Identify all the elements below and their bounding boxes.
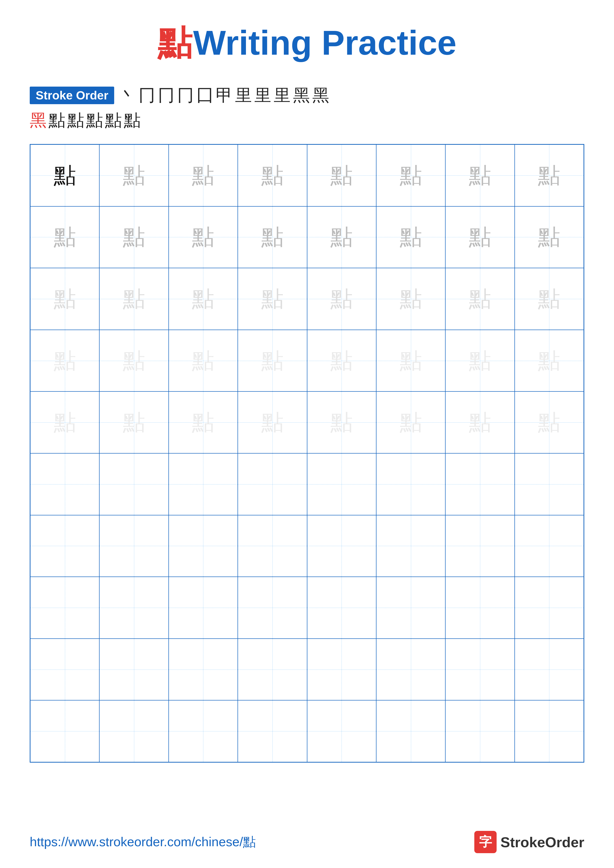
char-3-6: 點 — [400, 288, 422, 310]
char-5-6: 點 — [400, 411, 422, 434]
cell-10-3[interactable] — [169, 700, 238, 762]
stroke-s8: 里 — [254, 84, 271, 107]
cell-5-4[interactable]: 點 — [238, 391, 307, 453]
cell-7-4[interactable] — [238, 515, 307, 577]
cell-6-4[interactable] — [238, 453, 307, 515]
cell-3-1[interactable]: 點 — [30, 268, 99, 330]
char-5-1: 點 — [54, 411, 76, 434]
cell-8-1[interactable] — [30, 577, 99, 639]
cell-4-4[interactable]: 點 — [238, 330, 307, 392]
char-3-8: 點 — [538, 288, 560, 310]
cell-9-5[interactable] — [307, 639, 376, 701]
stroke-s1: 丶 — [119, 84, 136, 107]
cell-7-2[interactable] — [99, 515, 168, 577]
cell-5-1[interactable]: 點 — [30, 391, 99, 453]
cell-8-7[interactable] — [445, 577, 515, 639]
stroke-r2-s2: 點 — [48, 109, 65, 132]
cell-4-8[interactable]: 點 — [515, 330, 584, 392]
stroke-r2-s4: 點 — [86, 109, 103, 132]
cell-10-4[interactable] — [238, 700, 307, 762]
cell-4-7[interactable]: 點 — [445, 330, 515, 392]
cell-8-5[interactable] — [307, 577, 376, 639]
cell-1-5[interactable]: 點 — [307, 144, 376, 206]
cell-5-2[interactable]: 點 — [99, 391, 168, 453]
char-4-8: 點 — [538, 350, 560, 372]
cell-3-4[interactable]: 點 — [238, 268, 307, 330]
footer-url[interactable]: https://www.strokeorder.com/chinese/點 — [30, 833, 256, 851]
cell-4-6[interactable]: 點 — [376, 330, 445, 392]
cell-6-7[interactable] — [445, 453, 515, 515]
stroke-s6: 甲 — [216, 84, 233, 107]
cell-6-2[interactable] — [99, 453, 168, 515]
cell-7-8[interactable] — [515, 515, 584, 577]
cell-5-8[interactable]: 點 — [515, 391, 584, 453]
cell-6-5[interactable] — [307, 453, 376, 515]
cell-8-6[interactable] — [376, 577, 445, 639]
cell-10-5[interactable] — [307, 700, 376, 762]
cell-4-1[interactable]: 點 — [30, 330, 99, 392]
cell-2-6[interactable]: 點 — [376, 206, 445, 268]
cell-2-1[interactable]: 點 — [30, 206, 99, 268]
cell-2-8[interactable]: 點 — [515, 206, 584, 268]
cell-6-1[interactable] — [30, 453, 99, 515]
cell-8-4[interactable] — [238, 577, 307, 639]
cell-8-8[interactable] — [515, 577, 584, 639]
cell-5-7[interactable]: 點 — [445, 391, 515, 453]
cell-9-2[interactable] — [99, 639, 168, 701]
cell-10-7[interactable] — [445, 700, 515, 762]
cell-3-7[interactable]: 點 — [445, 268, 515, 330]
char-5-5: 點 — [330, 411, 353, 434]
cell-5-5[interactable]: 點 — [307, 391, 376, 453]
cell-5-3[interactable]: 點 — [169, 391, 238, 453]
cell-3-2[interactable]: 點 — [99, 268, 168, 330]
cell-3-8[interactable]: 點 — [515, 268, 584, 330]
char-2-7: 點 — [469, 226, 491, 248]
cell-7-1[interactable] — [30, 515, 99, 577]
cell-10-1[interactable] — [30, 700, 99, 762]
cell-1-1[interactable]: 點 — [30, 144, 99, 206]
cell-4-2[interactable]: 點 — [99, 330, 168, 392]
cell-2-4[interactable]: 點 — [238, 206, 307, 268]
char-1-5: 點 — [330, 164, 353, 186]
cell-6-6[interactable] — [376, 453, 445, 515]
char-3-2: 點 — [123, 288, 145, 310]
cell-10-6[interactable] — [376, 700, 445, 762]
cell-7-7[interactable] — [445, 515, 515, 577]
cell-2-3[interactable]: 點 — [169, 206, 238, 268]
cell-8-2[interactable] — [99, 577, 168, 639]
cell-1-6[interactable]: 點 — [376, 144, 445, 206]
cell-7-3[interactable] — [169, 515, 238, 577]
cell-7-6[interactable] — [376, 515, 445, 577]
cell-6-3[interactable] — [169, 453, 238, 515]
cell-1-3[interactable]: 點 — [169, 144, 238, 206]
cell-1-8[interactable]: 點 — [515, 144, 584, 206]
cell-5-6[interactable]: 點 — [376, 391, 445, 453]
cell-9-6[interactable] — [376, 639, 445, 701]
cell-10-8[interactable] — [515, 700, 584, 762]
cell-2-7[interactable]: 點 — [445, 206, 515, 268]
cell-9-7[interactable] — [445, 639, 515, 701]
cell-2-2[interactable]: 點 — [99, 206, 168, 268]
cell-8-3[interactable] — [169, 577, 238, 639]
char-2-5: 點 — [330, 226, 353, 248]
cell-1-4[interactable]: 點 — [238, 144, 307, 206]
stroke-r2-s6: 點 — [124, 109, 141, 132]
cell-1-2[interactable]: 點 — [99, 144, 168, 206]
cell-6-8[interactable] — [515, 453, 584, 515]
cell-9-4[interactable] — [238, 639, 307, 701]
cell-7-5[interactable] — [307, 515, 376, 577]
cell-9-1[interactable] — [30, 639, 99, 701]
cell-3-6[interactable]: 點 — [376, 268, 445, 330]
stroke-s5: 囗 — [196, 84, 213, 107]
cell-4-3[interactable]: 點 — [169, 330, 238, 392]
cell-9-8[interactable] — [515, 639, 584, 701]
cell-4-5[interactable]: 點 — [307, 330, 376, 392]
cell-3-5[interactable]: 點 — [307, 268, 376, 330]
cell-10-2[interactable] — [99, 700, 168, 762]
cell-1-7[interactable]: 點 — [445, 144, 515, 206]
cell-3-3[interactable]: 點 — [169, 268, 238, 330]
char-1-4: 點 — [261, 164, 284, 186]
stroke-chars-row1: 丶 冂 冂 冂 囗 甲 里 里 里 黑 黑 — [119, 84, 329, 107]
cell-9-3[interactable] — [169, 639, 238, 701]
cell-2-5[interactable]: 點 — [307, 206, 376, 268]
